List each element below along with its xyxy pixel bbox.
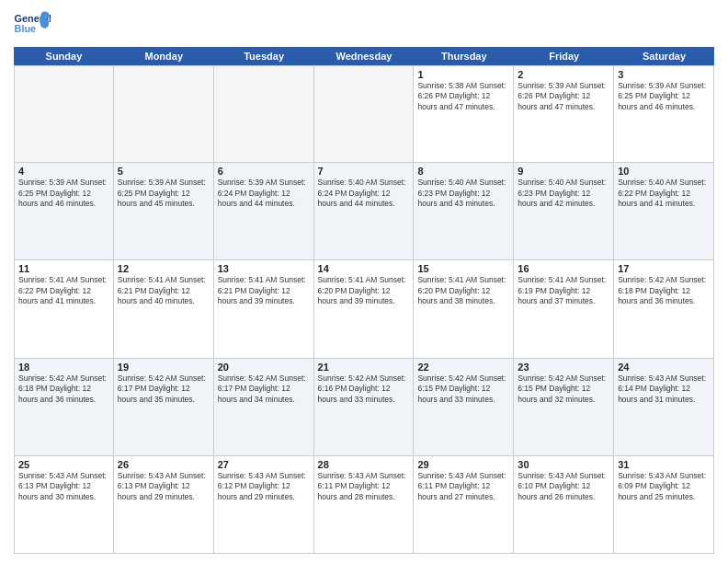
calendar-cell-day-18: 18Sunrise: 5:42 AM Sunset: 6:18 PM Dayli… bbox=[14, 359, 114, 455]
day-content: Sunrise: 5:43 AM Sunset: 6:14 PM Dayligh… bbox=[618, 373, 710, 405]
day-content: Sunrise: 5:39 AM Sunset: 6:25 PM Dayligh… bbox=[18, 178, 109, 209]
day-content: Sunrise: 5:43 AM Sunset: 6:13 PM Dayligh… bbox=[118, 471, 210, 502]
day-number: 3 bbox=[618, 69, 710, 80]
day-content: Sunrise: 5:41 AM Sunset: 6:21 PM Dayligh… bbox=[118, 275, 210, 306]
day-content: Sunrise: 5:43 AM Sunset: 6:09 PM Dayligh… bbox=[618, 471, 710, 502]
day-content: Sunrise: 5:42 AM Sunset: 6:15 PM Dayligh… bbox=[417, 373, 509, 405]
calendar-cell-day-17: 17Sunrise: 5:42 AM Sunset: 6:18 PM Dayli… bbox=[614, 260, 714, 357]
day-content: Sunrise: 5:43 AM Sunset: 6:11 PM Dayligh… bbox=[318, 471, 410, 502]
day-number: 12 bbox=[118, 263, 210, 274]
calendar-header: SundayMondayTuesdayWednesdayThursdayFrid… bbox=[14, 47, 714, 65]
header: General Blue bbox=[14, 9, 714, 41]
calendar-row-5: 25Sunrise: 5:43 AM Sunset: 6:13 PM Dayli… bbox=[14, 456, 714, 554]
day-number: 21 bbox=[318, 362, 410, 373]
day-number: 9 bbox=[518, 166, 609, 177]
day-content: Sunrise: 5:41 AM Sunset: 6:20 PM Dayligh… bbox=[417, 275, 509, 306]
day-content: Sunrise: 5:39 AM Sunset: 6:24 PM Dayligh… bbox=[218, 178, 310, 209]
day-number: 27 bbox=[218, 459, 310, 470]
day-number: 16 bbox=[518, 263, 609, 274]
calendar-cell-day-14: 14Sunrise: 5:41 AM Sunset: 6:20 PM Dayli… bbox=[314, 260, 415, 357]
day-number: 7 bbox=[318, 166, 410, 177]
day-number: 31 bbox=[618, 459, 710, 470]
calendar-cell-empty bbox=[114, 65, 214, 162]
day-number: 4 bbox=[18, 166, 109, 177]
day-number: 11 bbox=[18, 263, 109, 274]
day-number: 8 bbox=[417, 166, 509, 177]
day-number: 19 bbox=[118, 362, 210, 373]
weekday-header-monday: Monday bbox=[114, 47, 214, 65]
day-content: Sunrise: 5:40 AM Sunset: 6:22 PM Dayligh… bbox=[618, 178, 710, 209]
day-content: Sunrise: 5:40 AM Sunset: 6:23 PM Dayligh… bbox=[518, 178, 609, 209]
day-content: Sunrise: 5:42 AM Sunset: 6:16 PM Dayligh… bbox=[318, 373, 410, 405]
calendar-row-2: 4Sunrise: 5:39 AM Sunset: 6:25 PM Daylig… bbox=[14, 163, 714, 260]
day-content: Sunrise: 5:41 AM Sunset: 6:21 PM Dayligh… bbox=[218, 275, 310, 306]
day-content: Sunrise: 5:43 AM Sunset: 6:13 PM Dayligh… bbox=[18, 471, 109, 502]
day-content: Sunrise: 5:42 AM Sunset: 6:17 PM Dayligh… bbox=[118, 373, 210, 405]
day-number: 15 bbox=[417, 263, 509, 274]
calendar-cell-day-22: 22Sunrise: 5:42 AM Sunset: 6:15 PM Dayli… bbox=[414, 359, 514, 455]
calendar-row-4: 18Sunrise: 5:42 AM Sunset: 6:18 PM Dayli… bbox=[14, 359, 714, 456]
weekday-header-tuesday: Tuesday bbox=[214, 47, 314, 65]
day-content: Sunrise: 5:43 AM Sunset: 6:11 PM Dayligh… bbox=[417, 471, 509, 502]
calendar-cell-day-10: 10Sunrise: 5:40 AM Sunset: 6:22 PM Dayli… bbox=[614, 163, 714, 259]
day-content: Sunrise: 5:42 AM Sunset: 6:17 PM Dayligh… bbox=[218, 373, 310, 405]
day-content: Sunrise: 5:41 AM Sunset: 6:20 PM Dayligh… bbox=[318, 275, 410, 306]
calendar-cell-day-29: 29Sunrise: 5:43 AM Sunset: 6:11 PM Dayli… bbox=[414, 456, 514, 553]
day-number: 5 bbox=[118, 166, 210, 177]
calendar-cell-day-31: 31Sunrise: 5:43 AM Sunset: 6:09 PM Dayli… bbox=[614, 456, 714, 553]
day-number: 25 bbox=[18, 459, 109, 470]
weekday-header-thursday: Thursday bbox=[414, 47, 514, 65]
day-content: Sunrise: 5:41 AM Sunset: 6:19 PM Dayligh… bbox=[518, 275, 609, 306]
calendar-cell-day-19: 19Sunrise: 5:42 AM Sunset: 6:17 PM Dayli… bbox=[114, 359, 214, 455]
day-content: Sunrise: 5:43 AM Sunset: 6:12 PM Dayligh… bbox=[218, 471, 310, 502]
calendar-cell-day-25: 25Sunrise: 5:43 AM Sunset: 6:13 PM Dayli… bbox=[14, 456, 114, 553]
calendar-cell-day-5: 5Sunrise: 5:39 AM Sunset: 6:25 PM Daylig… bbox=[114, 163, 214, 259]
calendar-cell-day-27: 27Sunrise: 5:43 AM Sunset: 6:12 PM Dayli… bbox=[214, 456, 314, 553]
day-number: 14 bbox=[318, 263, 410, 274]
day-content: Sunrise: 5:42 AM Sunset: 6:18 PM Dayligh… bbox=[18, 373, 109, 405]
calendar-cell-day-12: 12Sunrise: 5:41 AM Sunset: 6:21 PM Dayli… bbox=[114, 260, 214, 357]
day-content: Sunrise: 5:39 AM Sunset: 6:25 PM Dayligh… bbox=[618, 81, 710, 112]
calendar-cell-day-11: 11Sunrise: 5:41 AM Sunset: 6:22 PM Dayli… bbox=[14, 260, 114, 357]
calendar-cell-day-4: 4Sunrise: 5:39 AM Sunset: 6:25 PM Daylig… bbox=[14, 163, 114, 259]
day-content: Sunrise: 5:38 AM Sunset: 6:26 PM Dayligh… bbox=[417, 81, 509, 112]
day-number: 28 bbox=[318, 459, 410, 470]
day-content: Sunrise: 5:39 AM Sunset: 6:25 PM Dayligh… bbox=[118, 178, 210, 209]
day-number: 1 bbox=[417, 69, 509, 80]
calendar-cell-day-16: 16Sunrise: 5:41 AM Sunset: 6:19 PM Dayli… bbox=[514, 260, 614, 357]
calendar-cell-empty bbox=[214, 65, 314, 162]
day-number: 20 bbox=[218, 362, 310, 373]
day-content: Sunrise: 5:43 AM Sunset: 6:10 PM Dayligh… bbox=[518, 471, 609, 502]
calendar-cell-day-2: 2Sunrise: 5:39 AM Sunset: 6:26 PM Daylig… bbox=[514, 65, 614, 162]
day-number: 10 bbox=[618, 166, 710, 177]
day-number: 30 bbox=[518, 459, 609, 470]
day-content: Sunrise: 5:42 AM Sunset: 6:15 PM Dayligh… bbox=[518, 373, 609, 405]
page: General Blue SundayMondayTuesdayWednesda… bbox=[0, 0, 728, 563]
day-number: 18 bbox=[18, 362, 109, 373]
calendar-cell-day-24: 24Sunrise: 5:43 AM Sunset: 6:14 PM Dayli… bbox=[614, 359, 714, 455]
calendar-row-1: 1Sunrise: 5:38 AM Sunset: 6:26 PM Daylig… bbox=[14, 65, 714, 163]
calendar-cell-day-23: 23Sunrise: 5:42 AM Sunset: 6:15 PM Dayli… bbox=[514, 359, 614, 455]
calendar-cell-day-28: 28Sunrise: 5:43 AM Sunset: 6:11 PM Dayli… bbox=[314, 456, 415, 553]
day-content: Sunrise: 5:40 AM Sunset: 6:23 PM Dayligh… bbox=[417, 178, 509, 209]
day-number: 23 bbox=[518, 362, 609, 373]
svg-text:Blue: Blue bbox=[15, 23, 37, 34]
weekday-header-sunday: Sunday bbox=[14, 47, 114, 65]
day-number: 17 bbox=[618, 263, 710, 274]
calendar-cell-day-3: 3Sunrise: 5:39 AM Sunset: 6:25 PM Daylig… bbox=[614, 65, 714, 162]
day-content: Sunrise: 5:41 AM Sunset: 6:22 PM Dayligh… bbox=[18, 275, 109, 306]
day-number: 29 bbox=[417, 459, 509, 470]
calendar: SundayMondayTuesdayWednesdayThursdayFrid… bbox=[14, 47, 714, 554]
calendar-body: 1Sunrise: 5:38 AM Sunset: 6:26 PM Daylig… bbox=[14, 65, 714, 554]
day-content: Sunrise: 5:42 AM Sunset: 6:18 PM Dayligh… bbox=[618, 275, 710, 306]
calendar-cell-day-8: 8Sunrise: 5:40 AM Sunset: 6:23 PM Daylig… bbox=[414, 163, 514, 259]
weekday-header-wednesday: Wednesday bbox=[314, 47, 415, 65]
calendar-cell-day-26: 26Sunrise: 5:43 AM Sunset: 6:13 PM Dayli… bbox=[114, 456, 214, 553]
calendar-cell-empty bbox=[14, 65, 114, 162]
calendar-cell-day-1: 1Sunrise: 5:38 AM Sunset: 6:26 PM Daylig… bbox=[414, 65, 514, 162]
calendar-cell-day-30: 30Sunrise: 5:43 AM Sunset: 6:10 PM Dayli… bbox=[514, 456, 614, 553]
day-number: 24 bbox=[618, 362, 710, 373]
calendar-cell-day-13: 13Sunrise: 5:41 AM Sunset: 6:21 PM Dayli… bbox=[214, 260, 314, 357]
day-number: 22 bbox=[417, 362, 509, 373]
calendar-cell-day-7: 7Sunrise: 5:40 AM Sunset: 6:24 PM Daylig… bbox=[314, 163, 415, 259]
